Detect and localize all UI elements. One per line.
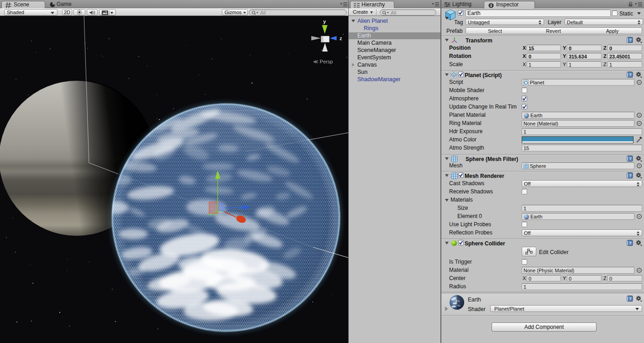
svg-text:≪ Persp: ≪ Persp [313,59,333,64]
svg-text:z: z [340,36,342,41]
svg-text:y: y [323,19,326,24]
svg-text:?: ? [629,156,632,161]
svg-text:?: ? [629,38,632,42]
svg-text:?: ? [629,296,632,301]
svg-text:?: ? [629,241,632,245]
svg-text:#: # [453,73,455,77]
svg-text:?: ? [629,73,632,77]
svg-text:?: ? [629,173,632,178]
